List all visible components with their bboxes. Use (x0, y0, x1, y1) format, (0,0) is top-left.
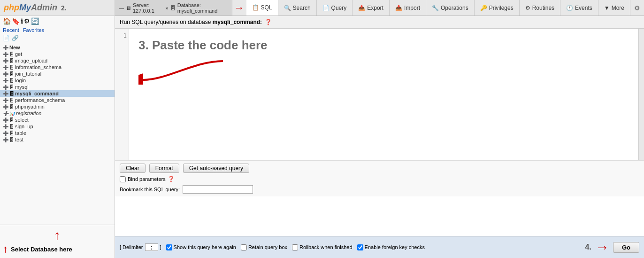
auto-saved-button[interactable]: Get auto-saved query (183, 164, 249, 173)
option-show-query[interactable]: Show this query here again (166, 244, 236, 250)
rollback-checkbox[interactable] (292, 244, 298, 250)
tree-item-performance-schema[interactable]: ➕ 🗄 performance_schema (0, 97, 115, 103)
foreign-key-label: Enable foreign key checks (365, 244, 425, 250)
tab-privileges[interactable]: 🔑 Privileges (475, 0, 520, 16)
settings-gear-icon[interactable]: ⚙ (630, 4, 644, 12)
sql-panel-header: Run SQL query/queries on database mysqli… (115, 16, 644, 29)
tree-item-phpmyadmin[interactable]: ➕ 🗄 phpmyadmin (0, 103, 115, 110)
settings-icon[interactable]: ⚙ (24, 17, 30, 25)
home-icon[interactable]: 🏠 (3, 17, 11, 25)
search-tab-label: Search (293, 5, 311, 11)
sidebar-header: phpMyAdmin 2. (0, 0, 115, 16)
tree-item-information-schema[interactable]: ➕ 🗄 information_schema (0, 64, 115, 70)
tree-label-sign-up: sign_up (15, 124, 33, 129)
clear-button[interactable]: Clear (120, 164, 146, 173)
collapse-icon[interactable]: 📄 (3, 35, 10, 41)
server-text: Server: 127.0.0.1 (133, 2, 164, 14)
tree-item-mysqli-command[interactable]: ➕ 🗄 mysqli_command (0, 90, 115, 97)
sql-editor-input[interactable] (129, 29, 638, 160)
export-tab-icon: 📤 (358, 5, 365, 11)
tree-item-table[interactable]: ➕ 🗄 table (0, 130, 115, 136)
bookmark-row: Bookmark this SQL query: (120, 185, 639, 194)
bookmark-label: Bookmark this SQL query: (120, 187, 180, 192)
tree-item-sign-up[interactable]: ➕ 🗄 sign_up (0, 123, 115, 130)
more-tab-icon: ▼ (604, 5, 610, 11)
bind-params-help-icon[interactable]: ❓ (168, 176, 175, 182)
favorites-link[interactable]: Favorites (23, 27, 44, 33)
tab-sql[interactable]: 📋 SQL (246, 0, 278, 16)
operations-tab-label: Operations (441, 5, 468, 11)
routines-tab-label: Routines (532, 5, 554, 11)
tree-label-information-schema: information_schema (15, 64, 61, 70)
show-query-checkbox[interactable] (166, 244, 172, 250)
retain-query-label: Retain query box (248, 244, 287, 250)
tab-operations[interactable]: 🔧 Operations (426, 0, 475, 16)
tab-export[interactable]: 📤 Export (353, 0, 390, 16)
retain-query-checkbox[interactable] (241, 244, 247, 250)
tree-label-mysql: mysql (15, 84, 29, 90)
bind-params-row: Bind parameters ❓ (120, 176, 639, 182)
tree-label-image-upload: image_upload (15, 58, 47, 63)
editor-bottom: Clear Format Get auto-saved query Bind p… (115, 160, 644, 196)
tree-item-select[interactable]: ➕ 🗄 select (0, 117, 115, 123)
tab-query[interactable]: 📄 Query (317, 0, 353, 16)
option-foreign-key[interactable]: Enable foreign key checks (357, 244, 425, 250)
tree-item-test[interactable]: ➕ 🗄 test (0, 136, 115, 143)
tree-item-image-upload[interactable]: ➕ 🗄 image_upload (0, 57, 115, 64)
events-tab-label: Events (575, 5, 592, 11)
info-icon[interactable]: ℹ (21, 17, 23, 25)
tree-label-join-tutorial: join_tutorial (15, 71, 41, 77)
go-button[interactable]: Go (613, 242, 639, 253)
format-button[interactable]: Format (149, 164, 179, 173)
delimiter-input[interactable] (145, 243, 158, 251)
arrow-up-icon: ↑ (3, 228, 112, 243)
tree-item-join-tutorial[interactable]: ➕ 🗄 join_tutorial (0, 70, 115, 77)
resize-handle[interactable] (638, 29, 644, 160)
tree-label-mysqli-command: mysqli_command (15, 91, 59, 96)
bookmark-icon[interactable]: 🔖 (12, 17, 20, 25)
select-db-label: Select Database here (11, 246, 72, 253)
tree-item-login[interactable]: ➕ 🗄 login (0, 77, 115, 84)
tab-routines[interactable]: ⚙ Routines (520, 0, 560, 16)
arrow-up-2-icon: ↑ (3, 243, 8, 255)
bookmark-input[interactable] (183, 185, 253, 194)
tree-item-registration[interactable]: ➕ 📊 registration (0, 110, 115, 117)
search-tab-icon: 🔍 (284, 5, 291, 11)
refresh-icon[interactable]: 🔄 (31, 17, 39, 25)
arrow-to-sql: → (232, 2, 246, 14)
link-icon[interactable]: 🔗 (12, 35, 19, 41)
tree-label-registration: registration (16, 110, 41, 116)
bind-params-checkbox[interactable] (120, 176, 126, 182)
breadcrumb: — 🖥 Server: 127.0.0.1 » 🗄 SQL Database: … (115, 0, 232, 16)
delimiter-group: [ Delimiter ] (120, 243, 161, 251)
recent-link[interactable]: Recent (3, 27, 19, 33)
tab-import[interactable]: 📥 Import (390, 0, 426, 16)
tree-item-get[interactable]: ➕ 🗄 get (0, 51, 115, 57)
show-query-label: Show this query here again (174, 244, 236, 250)
breadcrumb-separator: » (166, 5, 169, 11)
logo-myadmin: MyAdmin (19, 3, 57, 12)
query-tab-icon: 📄 (322, 5, 330, 11)
more-tab-label: More (612, 5, 624, 11)
sql-panel-title: Run SQL query/queries on database mysqli… (120, 19, 262, 25)
footer-options: Show this query here again Retain query … (166, 244, 581, 250)
sql-editor-wrapper: 1 3. Paste the code here (115, 29, 644, 160)
option-retain-query[interactable]: Retain query box (241, 244, 287, 250)
tree-item-mysql[interactable]: ➕ 🗄 mysql (0, 84, 115, 90)
foreign-key-checkbox[interactable] (357, 244, 363, 250)
minimize-icon[interactable]: — (119, 5, 124, 11)
expand-new: ➕ (3, 45, 8, 50)
tree-item-new[interactable]: ➕ New (0, 44, 115, 51)
database-name: Database: mysqli_command (177, 2, 228, 14)
option-rollback[interactable]: Rollback when finished (292, 244, 353, 250)
events-tab-icon: 🕐 (566, 5, 573, 11)
help-icon[interactable]: ❓ (265, 19, 272, 25)
delimiter-bracket-close: ] (160, 244, 161, 250)
tree-label-phpmyadmin: phpmyadmin (15, 104, 45, 109)
tab-search[interactable]: 🔍 Search (278, 0, 317, 16)
content-area: Run SQL query/queries on database mysqli… (115, 16, 644, 236)
tab-events[interactable]: 🕐 Events (560, 0, 598, 16)
tree-label-new: New (9, 45, 20, 50)
sidebar: phpMyAdmin 2. 🏠 🔖 ℹ ⚙ 🔄 Recent Favorites… (0, 0, 115, 258)
tab-more[interactable]: ▼ More (598, 0, 630, 16)
